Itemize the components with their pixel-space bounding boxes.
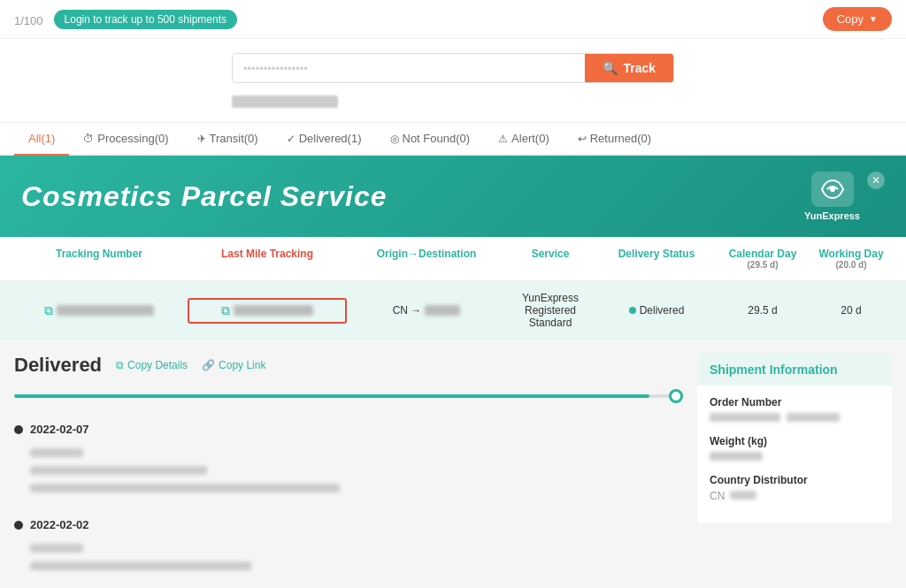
dest-blurred xyxy=(425,305,460,316)
timeline-group-2: 2022-02-02 xyxy=(14,518,683,578)
th-origindest-label: Origin→Destination xyxy=(377,248,477,260)
td-delivery-status: Delivered xyxy=(595,301,718,320)
tab-transit-label: Transit(0) xyxy=(210,132,258,145)
calendar-day-value: 29.5 d xyxy=(748,304,777,317)
tab-notfound[interactable]: ◎ Not Found(0) xyxy=(376,123,485,156)
timeline-group-1: 2022-02-07 xyxy=(14,423,683,500)
th-calday-label: Calendar Day xyxy=(729,248,797,260)
weight-blurred xyxy=(710,452,763,461)
country-value: CN xyxy=(710,490,879,502)
tab-processing[interactable]: ⏱ Processing(0) xyxy=(69,123,182,156)
copy-details-icon: ⧉ xyxy=(116,359,124,371)
td-tracking-number: ⧉ xyxy=(11,300,188,322)
processing-icon: ⏱ xyxy=(83,133,94,145)
th-calday-sub: (29.5 d) xyxy=(747,260,778,270)
alert-icon: ⚠ xyxy=(498,133,508,145)
td-origin-dest: CN → xyxy=(347,301,506,320)
working-day-value: 20 d xyxy=(841,304,861,317)
filter-tabs: All(1) ⏱ Processing(0) ✈ Transit(0) ✓ De… xyxy=(0,123,906,156)
th-status-label: Delivery Status xyxy=(618,248,695,260)
th-last-mile: Last Mile Tracking xyxy=(188,244,347,273)
order-number-blurred xyxy=(710,413,780,422)
order-number-blurred2 xyxy=(787,413,840,422)
track-button[interactable]: 🔍 Track xyxy=(585,54,673,82)
banner-title: Cosmetics Parcel Service xyxy=(21,180,388,213)
progress-bar-fill xyxy=(14,394,649,398)
progress-bar xyxy=(14,387,683,405)
banner-logo: YunExpress xyxy=(804,172,860,221)
th-workday-label: Working Day xyxy=(818,248,883,260)
copy-lastmile-icon[interactable]: ⧉ xyxy=(221,303,230,318)
top-bar: 1/100 Login to track up to 500 shipments… xyxy=(0,0,906,39)
td-last-mile: ⧉ xyxy=(188,298,347,324)
tab-notfound-label: Not Found(0) xyxy=(403,132,471,145)
tab-returned[interactable]: ↩ Returned(0) xyxy=(564,123,665,156)
delivered-icon: ✓ xyxy=(287,133,296,145)
timeline: 2022-02-07 2022-02-02 xyxy=(14,423,683,578)
tab-alert[interactable]: ⚠ Alert(0) xyxy=(484,123,564,156)
timeline-date-2: 2022-02-02 xyxy=(14,518,683,531)
date-label-1: 2022-02-07 xyxy=(30,423,89,436)
th-tracking-label: Tracking Number xyxy=(56,248,142,260)
copy-button-label: Copy xyxy=(837,12,864,26)
top-bar-left: 1/100 Login to track up to 500 shipments xyxy=(14,9,237,29)
copy-tracking-icon[interactable]: ⧉ xyxy=(44,303,53,318)
info-row-country: Country Distributor CN xyxy=(710,474,879,502)
svg-point-0 xyxy=(830,187,835,192)
tab-all[interactable]: All(1) xyxy=(14,123,69,156)
tab-processing-label: Processing(0) xyxy=(97,132,168,145)
search-row: 🔍 Track xyxy=(232,53,674,83)
copy-details-label: Copy Details xyxy=(127,359,188,371)
tab-alert-label: Alert(0) xyxy=(511,132,549,145)
login-badge[interactable]: Login to track up to 500 shipments xyxy=(54,10,237,29)
copy-link-link[interactable]: 🔗 Copy Link xyxy=(202,359,265,371)
copy-link-label: Copy Link xyxy=(219,359,265,371)
country-blurred xyxy=(730,491,756,500)
last-mile-blurred xyxy=(234,305,313,316)
copy-button[interactable]: Copy ▼ xyxy=(823,7,892,31)
blurred-tag xyxy=(232,95,338,108)
tab-transit[interactable]: ✈ Transit(0) xyxy=(183,123,273,156)
search-icon: 🔍 xyxy=(603,61,618,75)
shipment-counter: 1/100 xyxy=(14,9,43,29)
delivered-title: Delivered xyxy=(14,354,102,377)
shipment-info-body: Order Number Weight (kg) Country Distrib… xyxy=(697,386,892,523)
th-lastmile-label: Last Mile Tracking xyxy=(221,248,313,260)
progress-dot xyxy=(669,389,683,403)
date-dot-2 xyxy=(14,521,23,530)
blurred-event-2 xyxy=(30,544,83,553)
copy-dropdown-arrow: ▼ xyxy=(869,14,878,24)
td-calendar-day: 29.5 d xyxy=(718,301,807,320)
counter-total: /100 xyxy=(20,14,42,27)
timeline-item-2-1 xyxy=(14,538,683,578)
table-header: Tracking Number Last Mile Tracking Origi… xyxy=(0,237,906,281)
search-input[interactable] xyxy=(233,55,585,82)
banner-close-button[interactable]: ✕ xyxy=(867,172,885,189)
search-area: 🔍 Track xyxy=(0,39,906,123)
link-icon: 🔗 xyxy=(202,359,215,371)
origin-dest-value: CN → xyxy=(393,304,422,317)
th-origin-dest: Origin→Destination xyxy=(347,244,506,273)
tab-returned-label: Returned(0) xyxy=(590,132,651,145)
transit-icon: ✈ xyxy=(197,133,206,145)
country-label: Country Distributor xyxy=(710,474,879,486)
returned-icon: ↩ xyxy=(578,133,587,145)
weight-label: Weight (kg) xyxy=(710,435,879,447)
right-panel: Shipment Information Order Number Weight… xyxy=(697,354,892,588)
tab-delivered[interactable]: ✓ Delivered(1) xyxy=(273,123,376,156)
th-tracking-number: Tracking Number xyxy=(11,244,188,273)
notfound-icon: ◎ xyxy=(390,133,399,145)
order-number-value xyxy=(710,412,879,424)
tracking-number-blurred xyxy=(57,305,154,316)
blurred-event-detail-1a xyxy=(30,466,207,475)
order-number-label: Order Number xyxy=(710,396,879,409)
timeline-item-1-1 xyxy=(14,443,683,500)
blurred-event-1 xyxy=(30,448,83,457)
info-row-weight: Weight (kg) xyxy=(710,435,879,463)
service-value: YunExpress Registered Standard xyxy=(510,292,591,329)
delivered-header: Delivered ⧉ Copy Details 🔗 Copy Link xyxy=(14,354,683,377)
copy-details-link[interactable]: ⧉ Copy Details xyxy=(116,359,188,371)
th-calendar-day: Calendar Day (29.5 d) xyxy=(718,244,807,273)
tab-delivered-label: Delivered(1) xyxy=(299,132,362,145)
weight-value xyxy=(710,451,879,463)
